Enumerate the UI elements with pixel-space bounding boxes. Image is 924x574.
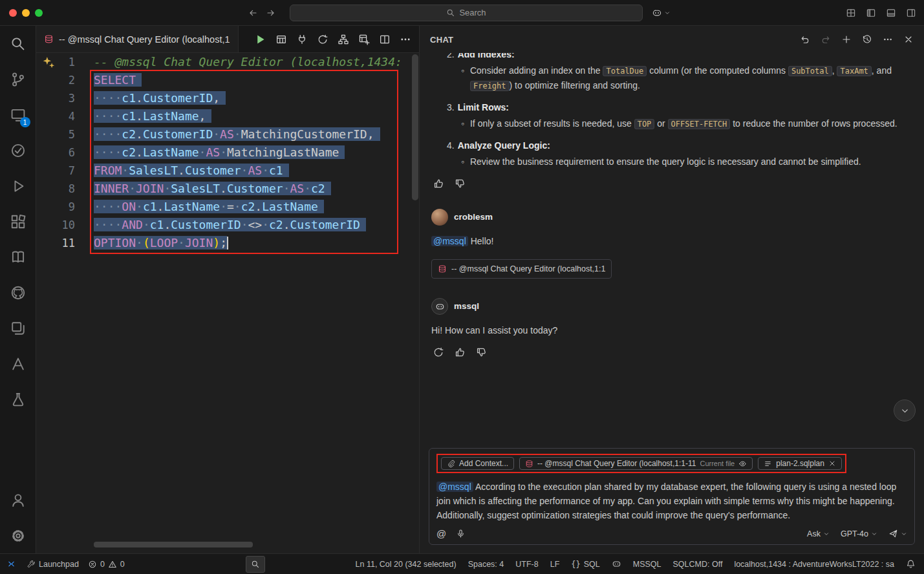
- command-center-search[interactable]: Search: [290, 5, 643, 21]
- history-icon[interactable]: [862, 34, 872, 45]
- language-item[interactable]: {} SQL: [566, 560, 604, 569]
- thumbs-up-button[interactable]: [433, 178, 444, 189]
- activity-search[interactable]: [0, 26, 36, 61]
- problems-item[interactable]: 0 0: [83, 560, 129, 569]
- editor-tab[interactable]: -- @mssql Chat Query Editor (localhost,1: [36, 26, 239, 52]
- customize-layout-icon[interactable]: [846, 8, 856, 18]
- table-designer-icon[interactable]: [358, 34, 370, 45]
- regenerate-button[interactable]: [433, 346, 444, 358]
- code-line[interactable]: 1-- @mssql Chat Query Editor (localhost,…: [36, 53, 419, 71]
- code-line[interactable]: 3····c1.CustomerID,: [36, 89, 419, 107]
- code-area[interactable]: 1-- @mssql Chat Query Editor (localhost,…: [36, 53, 419, 252]
- thumbs-down-button[interactable]: [454, 178, 466, 189]
- thumbs-down-button[interactable]: [475, 346, 487, 358]
- send-button[interactable]: [888, 529, 907, 538]
- line-number[interactable]: 2: [36, 71, 75, 89]
- activity-remote-explorer[interactable]: 1: [0, 97, 36, 133]
- redo-icon[interactable]: [821, 34, 831, 45]
- copilot-sparkle-icon[interactable]: [42, 56, 56, 69]
- activity-azure[interactable]: [0, 346, 36, 381]
- notifications-item[interactable]: [901, 559, 920, 569]
- mode-dropdown[interactable]: Ask: [807, 529, 830, 538]
- code-line[interactable]: 9····ON·c1.LastName·=·c2.LastName: [36, 198, 419, 216]
- line-number[interactable]: 3: [36, 89, 75, 107]
- line-number[interactable]: 6: [36, 144, 75, 162]
- chat-input-text[interactable]: @mssql According to the execution plan s…: [436, 480, 907, 522]
- code-editor[interactable]: 1-- @mssql Chat Query Editor (localhost,…: [36, 53, 419, 553]
- run-query-button[interactable]: [253, 33, 266, 46]
- context-plan-chip[interactable]: plan-2.sqlplan: [758, 457, 842, 470]
- schema-visualization-icon[interactable]: [338, 34, 349, 45]
- code-line[interactable]: 5····c2.CustomerID·AS·MatchingCustomerID…: [36, 125, 419, 144]
- code-line[interactable]: 2SELECT: [36, 71, 419, 89]
- activity-mssql[interactable]: [0, 381, 36, 417]
- mssql-item[interactable]: MSSQL: [629, 560, 666, 569]
- context-file-chip[interactable]: -- @mssql Chat Query Editor (localhost,1…: [519, 457, 753, 470]
- activity-extensions[interactable]: [0, 204, 36, 239]
- activity-github[interactable]: [0, 275, 36, 310]
- line-number[interactable]: 8: [36, 180, 75, 198]
- eye-icon[interactable]: [738, 460, 747, 468]
- minimize-window-button[interactable]: [22, 9, 30, 17]
- search-icon: [446, 8, 455, 17]
- code-line[interactable]: 8INNER·JOIN·SalesLT.Customer·AS·c2: [36, 180, 419, 198]
- code-line[interactable]: 10····AND·c1.CustomerID·<>·c2.CustomerID: [36, 216, 419, 234]
- maximize-window-button[interactable]: [35, 9, 43, 17]
- navigate-back-icon[interactable]: [248, 8, 258, 18]
- launchpad-item[interactable]: Launchpad: [22, 560, 83, 569]
- activity-docs[interactable]: [0, 239, 36, 275]
- model-dropdown[interactable]: GPT-4o: [841, 529, 877, 538]
- toggle-secondary-sidebar-icon[interactable]: [906, 8, 916, 18]
- remote-indicator[interactable]: [0, 559, 22, 569]
- estimated-plan-icon[interactable]: [317, 34, 328, 45]
- activity-badge: 1: [20, 117, 30, 127]
- vertical-scrollbar[interactable]: [412, 54, 418, 200]
- line-number[interactable]: 10: [36, 216, 75, 234]
- code-line[interactable]: 6····c2.LastName·AS·MatchingLastName: [36, 144, 419, 162]
- copilot-status-item[interactable]: [607, 559, 626, 569]
- toggle-panel-icon[interactable]: [886, 8, 896, 18]
- attachment-chip[interactable]: -- @mssql Chat Query Editor (localhost,1…: [431, 259, 612, 279]
- connection-item[interactable]: localhost,1434 : AdventureWorksLT2022 : …: [729, 560, 899, 569]
- activity-testing[interactable]: [0, 133, 36, 168]
- results-grid-icon[interactable]: [275, 34, 287, 45]
- more-actions-icon[interactable]: [400, 34, 411, 45]
- encoding-item[interactable]: UTF-8: [511, 560, 543, 569]
- new-chat-icon[interactable]: [841, 34, 852, 45]
- code-line[interactable]: 4····c1.LastName,: [36, 107, 419, 125]
- zoom-button[interactable]: [246, 556, 265, 573]
- toggle-sidebar-icon[interactable]: [866, 8, 876, 18]
- activity-live-share[interactable]: [0, 310, 36, 346]
- line-number[interactable]: 4: [36, 107, 75, 125]
- horizontal-scrollbar[interactable]: [94, 542, 253, 547]
- line-number[interactable]: 5: [36, 125, 75, 144]
- activity-run-debug[interactable]: [0, 168, 36, 204]
- connection-icon[interactable]: [296, 34, 308, 45]
- code-line[interactable]: 7FROM·SalesLT.Customer·AS·c1: [36, 162, 419, 180]
- code-line[interactable]: 11OPTION·(LOOP·JOIN);: [36, 234, 419, 252]
- indentation-item[interactable]: Spaces: 4: [464, 560, 509, 569]
- split-editor-icon[interactable]: [379, 34, 391, 45]
- eol-item[interactable]: LF: [546, 560, 564, 569]
- mention-button[interactable]: @: [436, 529, 446, 538]
- add-context-button[interactable]: Add Context...: [441, 457, 514, 470]
- activity-settings[interactable]: [0, 518, 36, 553]
- mic-button[interactable]: [456, 529, 466, 538]
- activity-source-control[interactable]: [0, 61, 36, 97]
- activity-accounts[interactable]: [0, 482, 36, 518]
- assistant-message-header: mssql: [431, 298, 912, 315]
- undo-icon[interactable]: [800, 34, 810, 45]
- navigate-forward-icon[interactable]: [266, 8, 276, 18]
- close-icon[interactable]: [903, 34, 914, 45]
- thumbs-up-button[interactable]: [454, 346, 466, 358]
- scroll-to-bottom-button[interactable]: [894, 399, 916, 421]
- copilot-menu-button[interactable]: [652, 8, 671, 18]
- sqlcmd-item[interactable]: SQLCMD: Off: [669, 560, 727, 569]
- cursor-position-item[interactable]: Ln 11, Col 20 (342 selected): [351, 560, 461, 569]
- line-number[interactable]: 7: [36, 162, 75, 180]
- line-number[interactable]: 11: [36, 234, 75, 252]
- close-window-button[interactable]: [9, 9, 17, 17]
- line-number[interactable]: 9: [36, 198, 75, 216]
- remove-chip-icon[interactable]: [828, 460, 836, 467]
- more-icon[interactable]: [883, 34, 893, 45]
